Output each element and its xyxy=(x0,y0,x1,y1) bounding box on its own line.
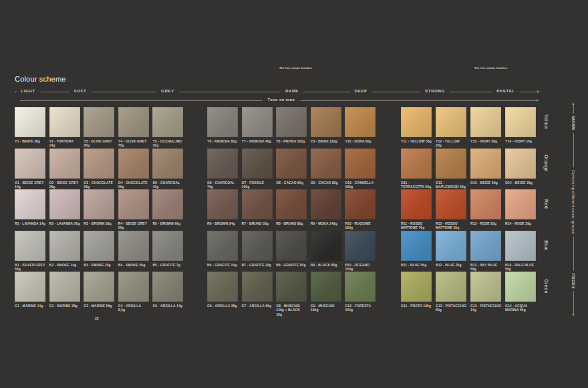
swatch-cell: B12 - BLUE 28g xyxy=(436,231,466,269)
swatch-cell: G8 - MUSCHIO 140g + BLACK 10g xyxy=(276,272,307,310)
swatch-label: G5 - ARGILLA 14g xyxy=(152,304,183,308)
swatch-label: B2 - SMOKE 14g xyxy=(49,263,80,267)
swatch-cell: O8 - CACAO 90g xyxy=(276,149,307,187)
swatch-label: B8 - GRAFITE 85g xyxy=(276,263,307,267)
side-label-fresh: FRESH xyxy=(571,271,575,291)
colour-swatch xyxy=(311,231,341,261)
swatch-label: O14 - BEIGE 28g xyxy=(505,181,536,185)
swatch-label: Y8 - PIETRA 100g xyxy=(276,139,307,143)
swatch-cell: Y9 - SIENA 120g xyxy=(311,107,341,145)
colour-swatch xyxy=(505,149,536,179)
colour-swatch xyxy=(207,231,238,261)
swatch-cell: B3 - SMOKE 28g xyxy=(84,231,114,269)
swatch-cell: O2 - BEIGE GREY 28g xyxy=(49,149,80,187)
swatch-cell: R14 - ROSE 28g xyxy=(505,189,536,227)
swatch-cell: R5 - BROWN 66g xyxy=(152,189,183,227)
swatch-label: O10 - CANNELLA 100g xyxy=(345,181,376,189)
swatch-label: B6 - GRAFITE 14g xyxy=(207,263,238,267)
swatch-label: B9 - BLACK 85g xyxy=(311,263,341,267)
swatch-cell: Y13 - IVORY 28g xyxy=(470,107,501,145)
swatch-cell: B11 - BLUE 56g xyxy=(401,231,432,269)
swatch-cell: B5 - GRAFITE 7g xyxy=(152,231,183,269)
swatch-label: R8 - BRUNO 80g xyxy=(276,221,307,225)
swatch-cell: B7 - GRAFITE 28g xyxy=(242,231,273,269)
colour-swatch xyxy=(345,231,376,261)
colour-swatch xyxy=(401,149,432,179)
colour-swatch xyxy=(505,107,536,137)
swatch-label: R5 - BROWN 66g xyxy=(152,221,183,225)
swatch-cell: R3 - BROWN 28g xyxy=(84,189,114,227)
colour-swatch xyxy=(401,189,432,219)
colour-swatch xyxy=(276,272,307,302)
swatch-label: B1 - SILVER GREY 56g xyxy=(15,263,45,272)
colour-swatch xyxy=(505,231,536,261)
swatch-label: R2 - LAVANDA 56g xyxy=(49,221,80,225)
side-label-warm: WARM xyxy=(571,114,575,133)
colour-swatch xyxy=(345,189,376,219)
colour-swatch xyxy=(436,272,466,302)
axis-label-deep: DEEP xyxy=(349,89,372,93)
swatch-cell: B4 - SMOKE 56g xyxy=(118,231,149,269)
swatch-cell: Y6 - ARDESIA 80g xyxy=(207,107,238,145)
colour-swatch xyxy=(311,149,341,179)
colour-swatch xyxy=(152,149,183,179)
swatch-cell: Y12 - YELLOW 28g xyxy=(436,107,466,145)
colour-swatch xyxy=(152,107,183,137)
swatch-label: O6 - CHARCOAL 70g xyxy=(207,181,238,189)
swatch-cell: Y14 - IVORY 14g xyxy=(505,107,536,145)
swatch-label: Y10 - DORA 60g xyxy=(345,139,376,143)
swatch-label: G2 - MARINE 28g xyxy=(49,304,80,308)
page-number: 22 xyxy=(95,316,99,320)
colour-swatch xyxy=(276,149,307,179)
axis-label-light: LIGHT xyxy=(16,89,40,93)
swatch-cell: B9 - BLACK 85g xyxy=(311,231,341,269)
arrow-up-icon xyxy=(572,102,575,105)
colour-swatch xyxy=(118,231,149,261)
colour-swatch xyxy=(505,272,536,302)
swatch-cell: B1 - SILVER GREY 56g xyxy=(15,231,45,269)
colour-swatch xyxy=(84,272,114,302)
swatch-label: G11 - PRATO 100g xyxy=(401,304,432,308)
swatch-label: R12 - ROSSO MATTONE 55g xyxy=(436,221,466,230)
tone-on-tone-label: Tone on tone xyxy=(263,98,301,102)
colour-swatch xyxy=(242,149,273,179)
swatch-label: G3 - MARINE 56g xyxy=(84,304,114,308)
arrow-right-icon xyxy=(537,90,540,93)
colour-swatch xyxy=(84,107,114,137)
swatch-label: B13 - SKY BLUE 56g xyxy=(470,263,501,272)
swatch-label: O7 - FOSSILE 100g xyxy=(242,181,273,189)
swatch-label: Y12 - YELLOW 28g xyxy=(436,139,466,148)
swatch-cell: R1 - LAVANDA 14g xyxy=(15,189,45,227)
colour-swatch xyxy=(470,189,501,219)
colour-swatch xyxy=(118,107,149,137)
swatch-cell: Y8 - PIETRA 100g xyxy=(276,107,307,145)
swatch-cell: G4 - ARGILLA 8,5g xyxy=(118,272,149,310)
swatch-label: G12 - PISTACCHIO 80g xyxy=(436,304,466,312)
swatch-cell: G2 - MARINE 28g xyxy=(49,272,80,310)
swatch-cell: B2 - SMOKE 14g xyxy=(49,231,80,269)
swatch-cell: Y1 - WHITE 28g xyxy=(15,107,45,145)
swatch-cell: R4 - BEIGE GREY 56g xyxy=(118,189,149,227)
colour-swatch xyxy=(49,189,80,219)
swatch-label: G1 - MARINE 14g xyxy=(15,304,45,308)
swatch-label: G9 - MUSCHIO 160g xyxy=(311,304,341,312)
arrow-down-icon xyxy=(572,314,575,316)
swatch-label: B14 - PALE BLUE 56g xyxy=(505,263,536,272)
caption-combining: The five colour families xyxy=(474,66,507,70)
colour-swatch xyxy=(345,107,376,137)
colour-swatch xyxy=(311,107,341,137)
swatch-group-strong-pastel: Y11 - YELLOW 56gY12 - YELLOW 28gY13 - IV… xyxy=(401,107,536,310)
swatch-label: Y11 - YELLOW 56g xyxy=(401,139,432,143)
colour-swatch xyxy=(436,107,466,137)
colour-swatch xyxy=(152,272,183,302)
swatch-label: Y13 - IVORY 28g xyxy=(470,139,501,143)
swatch-cell: R10 - RUGGINE 100g xyxy=(345,189,376,227)
swatch-cell: R12 - ROSSO MATTONE 55g xyxy=(436,189,466,227)
swatch-label: O5 - CHARCOAL 42g xyxy=(152,181,183,189)
swatch-cell: O1 - BEIGE GREY 14g xyxy=(15,149,45,187)
colour-swatch xyxy=(436,231,466,261)
swatch-label: Y5 - OCCHIALINO 30g xyxy=(152,139,183,148)
swatch-cell: R8 - BRUNO 80g xyxy=(276,189,307,227)
swatch-label: G14 - ACQUA MARINA 56g xyxy=(505,304,536,312)
swatch-label: B7 - GRAFITE 28g xyxy=(242,263,273,267)
